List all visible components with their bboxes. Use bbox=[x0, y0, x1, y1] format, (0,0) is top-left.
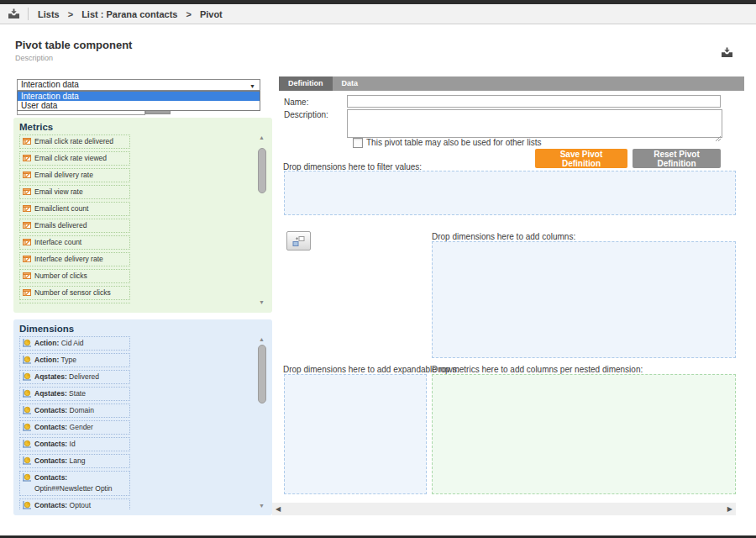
chart-yellow-icon bbox=[22, 472, 32, 486]
chart-yellow-icon bbox=[22, 355, 32, 368]
dimension-prefix: Action: bbox=[34, 356, 59, 364]
metric-label: Email click rate viewed bbox=[34, 154, 107, 162]
breadcrumb-item[interactable]: Lists bbox=[38, 9, 60, 19]
horizontal-scrollbar[interactable]: ◀ ▶ bbox=[272, 503, 736, 515]
data-source-selected-value: Interaction data bbox=[21, 80, 79, 89]
pivot-table-orange-icon bbox=[22, 153, 32, 166]
resize-grip-icon[interactable] bbox=[715, 130, 722, 145]
dimension-prefix: Aqstates: bbox=[34, 372, 67, 381]
chart-yellow-icon bbox=[22, 456, 32, 469]
metric-item[interactable]: Emails delivered bbox=[19, 219, 130, 233]
data-source-select[interactable]: Interaction data ▼ bbox=[17, 79, 260, 91]
metrics-list: Email click rate delivered Email click r… bbox=[19, 134, 130, 304]
metric-item[interactable]: Emailclient count bbox=[19, 202, 130, 216]
chart-yellow-icon bbox=[22, 439, 32, 452]
scroll-down-icon[interactable]: ▼ bbox=[259, 503, 265, 509]
chart-yellow-icon bbox=[22, 388, 32, 402]
dimension-prefix: Action: bbox=[34, 339, 59, 347]
export-tray-icon[interactable] bbox=[721, 46, 733, 61]
shared-list-checkbox-label: This pivot table may also be used for ot… bbox=[366, 138, 541, 147]
save-pivot-definition-button[interactable]: Save Pivot Definition bbox=[535, 149, 627, 168]
metric-item[interactable]: Interface count bbox=[19, 235, 130, 250]
description-field[interactable] bbox=[347, 109, 722, 138]
filter-drop-zone[interactable] bbox=[284, 171, 736, 215]
metric-label: Emails delivered bbox=[34, 221, 87, 229]
metric-item[interactable]: Email click rate delivered bbox=[19, 134, 130, 149]
metric-label: Email click rate delivered bbox=[34, 137, 113, 145]
breadcrumb-item[interactable]: List : Parana contacts bbox=[81, 9, 177, 19]
dimension-prefix: Contacts: bbox=[34, 406, 67, 414]
name-field[interactable] bbox=[347, 95, 721, 108]
swap-axes-icon bbox=[292, 235, 305, 247]
metric-item[interactable]: Number of sensor clicks bbox=[19, 286, 130, 300]
shared-list-checkbox[interactable] bbox=[353, 138, 363, 148]
brand-tray-icon[interactable] bbox=[8, 8, 20, 19]
nested-metrics-drop-zone[interactable] bbox=[432, 374, 736, 494]
pivot-table-orange-icon bbox=[22, 271, 32, 283]
dimensions-scrollbar[interactable]: ▲ ▼ bbox=[257, 336, 266, 509]
metric-label: Interface count bbox=[34, 238, 81, 246]
scroll-up-icon[interactable]: ▲ bbox=[259, 134, 265, 141]
dimension-item[interactable]: Aqstates: Delivered bbox=[19, 370, 130, 384]
dimension-item[interactable]: Contacts: Domain bbox=[19, 404, 130, 418]
data-source-option[interactable]: Interaction data bbox=[18, 92, 260, 101]
metric-item[interactable]: Interface delivery rate bbox=[19, 252, 130, 266]
pivot-table-orange-icon bbox=[22, 254, 32, 266]
scroll-down-icon[interactable]: ▼ bbox=[259, 299, 265, 306]
metric-item[interactable]: Number of clicks bbox=[19, 269, 130, 283]
metric-item[interactable]: Number of unique clicks bbox=[19, 303, 130, 304]
scroll-left-icon[interactable]: ◀ bbox=[276, 503, 281, 515]
name-label: Name: bbox=[284, 98, 308, 107]
swap-axes-button[interactable] bbox=[286, 231, 311, 251]
reset-pivot-definition-button[interactable]: Reset Pivot Definition bbox=[633, 149, 721, 168]
data-source-option[interactable]: User data bbox=[18, 101, 260, 110]
metrics-title: Metrics bbox=[13, 118, 272, 134]
dimension-item[interactable]: Action: Type bbox=[19, 353, 130, 367]
dimension-item[interactable]: Contacts: Optout bbox=[19, 498, 130, 509]
dimension-prefix: Aqstates: bbox=[34, 389, 67, 398]
dimension-value: Domain bbox=[70, 406, 94, 414]
metric-item[interactable]: Email click rate viewed bbox=[19, 151, 130, 166]
dimension-item[interactable]: Aqstates: State bbox=[19, 387, 130, 401]
chart-yellow-icon bbox=[22, 405, 32, 419]
dimension-item[interactable]: Contacts: Lang bbox=[19, 454, 130, 468]
metrics-scrollbar[interactable]: ▲ ▼ bbox=[257, 134, 266, 306]
chart-yellow-icon bbox=[22, 338, 32, 351]
data-source-options: Interaction dataUser data bbox=[17, 91, 260, 111]
scrollbar-thumb[interactable] bbox=[258, 148, 266, 193]
pivot-table-orange-icon bbox=[22, 237, 32, 250]
scroll-up-icon[interactable]: ▲ bbox=[259, 336, 265, 343]
divider bbox=[28, 8, 29, 20]
dimension-item[interactable]: Contacts: Id bbox=[19, 437, 130, 451]
dimensions-panel: Dimensions Action: Cid Aid Action: Type bbox=[13, 319, 272, 515]
dimension-prefix: Contacts: bbox=[34, 473, 67, 482]
breadcrumb-bar: Lists>List : Parana contacts>Pivot bbox=[0, 4, 756, 24]
tab-definition[interactable]: Definition bbox=[279, 76, 333, 91]
columns-drop-zone[interactable] bbox=[432, 241, 736, 358]
metric-item[interactable]: Email view rate bbox=[19, 185, 130, 199]
dimension-value: Cid Aid bbox=[61, 339, 84, 347]
dimension-value: Gender bbox=[70, 423, 93, 431]
breadcrumb: Lists>List : Parana contacts>Pivot bbox=[38, 9, 223, 19]
dimension-value: Optout bbox=[70, 501, 92, 509]
page-subtitle: Description bbox=[15, 54, 53, 62]
breadcrumb-separator: > bbox=[186, 9, 191, 19]
dimension-prefix: Contacts: bbox=[34, 501, 67, 509]
dimension-prefix: Contacts: bbox=[34, 440, 67, 448]
rows-drop-zone[interactable] bbox=[284, 374, 427, 494]
page-title: Pivot table component bbox=[15, 39, 132, 51]
description-label: Description: bbox=[284, 110, 328, 119]
pivot-table-orange-icon bbox=[22, 187, 32, 199]
breadcrumb-separator: > bbox=[68, 9, 73, 19]
metric-label: Email view rate bbox=[34, 187, 83, 196]
pivot-table-orange-icon bbox=[22, 170, 32, 182]
metric-item[interactable]: Email delivery rate bbox=[19, 168, 130, 182]
dimension-item[interactable]: Action: Cid Aid bbox=[19, 336, 130, 351]
tab-data[interactable]: Data bbox=[333, 76, 368, 91]
dimension-item[interactable]: Contacts: Optin##Newsletter Optin bbox=[19, 471, 130, 496]
scrollbar-thumb[interactable] bbox=[258, 345, 266, 404]
dimension-item[interactable]: Contacts: Gender bbox=[19, 420, 130, 435]
breadcrumb-item[interactable]: Pivot bbox=[200, 9, 223, 19]
app-window: Lists>List : Parana contacts>Pivot Pivot… bbox=[0, 0, 756, 538]
scroll-right-icon[interactable]: ▶ bbox=[727, 503, 732, 515]
